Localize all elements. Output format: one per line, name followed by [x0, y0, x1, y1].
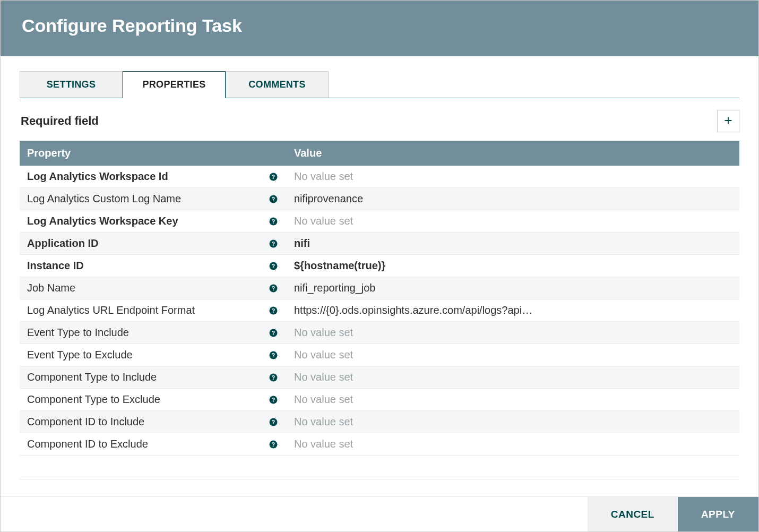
- property-name: Component Type to Include: [27, 371, 157, 383]
- property-name-cell: Job Name?: [20, 282, 287, 294]
- property-value-cell[interactable]: No value set: [287, 327, 565, 339]
- help-icon[interactable]: ?: [268, 193, 279, 205]
- property-name: Component ID to Exclude: [27, 438, 148, 450]
- apply-button[interactable]: APPLY: [678, 497, 758, 531]
- svg-text:?: ?: [272, 351, 275, 358]
- table-row: Component Type to Include?No value set: [20, 366, 739, 389]
- help-icon[interactable]: ?: [268, 171, 279, 183]
- svg-text:?: ?: [272, 374, 275, 380]
- help-icon[interactable]: ?: [268, 216, 279, 227]
- required-field-label: Required field: [21, 114, 99, 128]
- table-body: Log Analytics Workspace Id?No value setL…: [20, 166, 739, 456]
- property-name-cell: Application ID?: [20, 237, 287, 250]
- property-value-cell[interactable]: No value set: [287, 371, 565, 383]
- table-row: Component ID to Include?No value set: [20, 411, 739, 433]
- dialog-footer: CANCEL APPLY: [1, 496, 758, 531]
- property-name-cell: Component Type to Exclude?: [20, 393, 287, 406]
- svg-text:?: ?: [272, 418, 275, 425]
- property-name-cell: Component ID to Include?: [20, 416, 287, 428]
- help-icon[interactable]: ?: [268, 439, 279, 450]
- property-value-cell[interactable]: nifi_reporting_job: [287, 282, 565, 294]
- property-name-cell: Log Analytics Workspace Key?: [20, 215, 287, 227]
- help-icon[interactable]: ?: [268, 238, 279, 250]
- svg-text:?: ?: [272, 307, 275, 313]
- dialog-body: SETTINGSPROPERTIESCOMMENTS Required fiel…: [1, 56, 758, 496]
- svg-text:?: ?: [272, 240, 275, 246]
- table-row: Log Analytics URL Endpoint Format?https:…: [20, 299, 739, 322]
- column-header-value: Value: [287, 141, 565, 166]
- add-property-button[interactable]: [717, 110, 739, 132]
- table-row: Event Type to Exclude?No value set: [20, 344, 739, 366]
- property-value-cell[interactable]: No value set: [287, 416, 565, 428]
- property-name: Log Analytics Custom Log Name: [27, 193, 181, 205]
- help-icon[interactable]: ?: [268, 305, 279, 316]
- property-name: Job Name: [27, 282, 75, 294]
- required-field-row: Required field: [20, 98, 739, 141]
- property-name-cell: Component ID to Exclude?: [20, 438, 287, 450]
- help-icon[interactable]: ?: [268, 372, 279, 383]
- table-row: Log Analytics Workspace Key?No value set: [20, 210, 739, 233]
- property-value-cell[interactable]: nifi: [287, 237, 565, 250]
- property-value-cell[interactable]: nifiprovenance: [287, 193, 565, 205]
- svg-text:?: ?: [272, 441, 275, 447]
- svg-text:?: ?: [272, 285, 275, 291]
- property-name-cell: Log Analytics Workspace Id?: [20, 170, 287, 183]
- svg-text:?: ?: [272, 396, 275, 402]
- configure-reporting-task-dialog: Configure Reporting Task SETTINGSPROPERT…: [0, 0, 759, 532]
- property-name-cell: Log Analytics Custom Log Name?: [20, 193, 287, 205]
- table-row: Component ID to Exclude?No value set: [20, 433, 739, 456]
- property-value-cell[interactable]: No value set: [287, 349, 565, 361]
- svg-text:?: ?: [272, 173, 275, 179]
- svg-text:?: ?: [272, 195, 275, 202]
- property-name-cell: Event Type to Include?: [20, 327, 287, 339]
- svg-text:?: ?: [272, 329, 275, 336]
- property-name: Log Analytics URL Endpoint Format: [27, 304, 195, 316]
- property-value-cell[interactable]: No value set: [287, 393, 565, 406]
- table-row: Event Type to Include?No value set: [20, 322, 739, 344]
- table-row: Application ID?nifi: [20, 233, 739, 255]
- property-value-cell[interactable]: https://{0}.ods.opinsights.azure.com/api…: [287, 304, 565, 316]
- plus-icon: [722, 115, 734, 128]
- property-name: Log Analytics Workspace Key: [27, 215, 178, 227]
- dialog-header: Configure Reporting Task: [1, 1, 758, 56]
- table-header: Property Value: [20, 141, 739, 166]
- property-name: Component Type to Exclude: [27, 393, 160, 406]
- property-name-cell: Log Analytics URL Endpoint Format?: [20, 304, 287, 316]
- cancel-button[interactable]: CANCEL: [588, 497, 678, 531]
- svg-text:?: ?: [272, 262, 275, 269]
- help-icon[interactable]: ?: [268, 394, 279, 406]
- dialog-title: Configure Reporting Task: [22, 15, 242, 36]
- tab-comments[interactable]: COMMENTS: [226, 71, 329, 98]
- table-row: Job Name?nifi_reporting_job: [20, 277, 739, 299]
- property-name: Event Type to Exclude: [27, 349, 133, 361]
- property-value-cell[interactable]: No value set: [287, 170, 565, 183]
- property-value-cell[interactable]: No value set: [287, 438, 565, 450]
- svg-text:?: ?: [272, 218, 275, 224]
- help-icon[interactable]: ?: [268, 349, 279, 361]
- property-name: Instance ID: [27, 260, 84, 272]
- table-row: Instance ID?${hostname(true)}: [20, 255, 739, 277]
- body-spacer: [20, 479, 739, 496]
- property-value-cell[interactable]: ${hostname(true)}: [287, 260, 565, 272]
- help-icon[interactable]: ?: [268, 260, 279, 272]
- properties-table: Property Value Log Analytics Workspace I…: [20, 141, 739, 479]
- table-row: Log Analytics Workspace Id?No value set: [20, 166, 739, 188]
- table-row: Log Analytics Custom Log Name?nifiproven…: [20, 188, 739, 210]
- property-name-cell: Component Type to Include?: [20, 371, 287, 383]
- help-icon[interactable]: ?: [268, 282, 279, 294]
- property-name-cell: Instance ID?: [20, 260, 287, 272]
- property-name-cell: Event Type to Exclude?: [20, 349, 287, 361]
- tabs: SETTINGSPROPERTIESCOMMENTS: [20, 71, 739, 98]
- property-name: Log Analytics Workspace Id: [27, 170, 168, 183]
- property-name: Application ID: [27, 237, 98, 250]
- column-header-property: Property: [20, 141, 287, 166]
- table-row: Component Type to Exclude?No value set: [20, 389, 739, 411]
- column-header-actions: [565, 141, 739, 166]
- property-name: Event Type to Include: [27, 327, 129, 339]
- help-icon[interactable]: ?: [268, 416, 279, 428]
- property-value-cell[interactable]: No value set: [287, 215, 565, 227]
- tab-settings[interactable]: SETTINGS: [20, 71, 123, 98]
- tab-properties[interactable]: PROPERTIES: [123, 71, 226, 98]
- help-icon[interactable]: ?: [268, 327, 279, 339]
- property-name: Component ID to Include: [27, 416, 144, 428]
